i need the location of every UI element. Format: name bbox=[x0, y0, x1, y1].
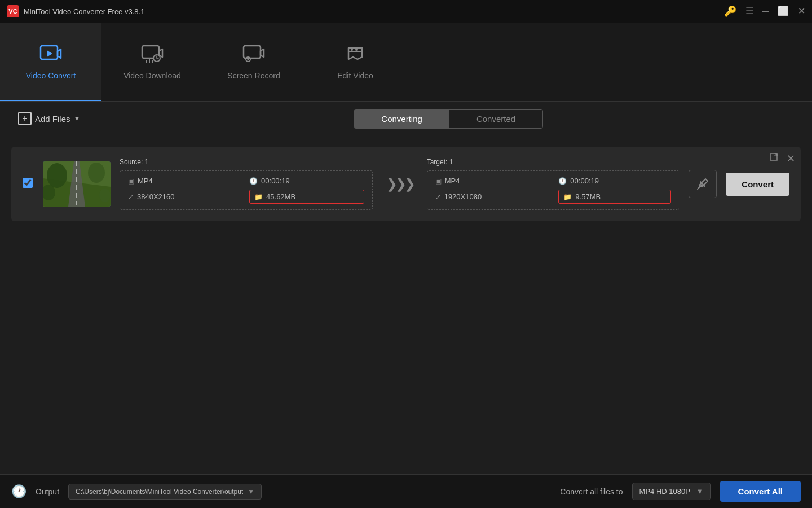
history-icon[interactable]: 🕐 bbox=[11, 484, 27, 499]
target-format-row: ▣ MP4 bbox=[435, 177, 548, 185]
target-label: Target: 1 bbox=[427, 158, 680, 166]
format-selector[interactable]: MP4 HD 1080P ▼ bbox=[632, 483, 711, 500]
source-duration-row: 🕐 00:00:19 bbox=[249, 177, 364, 185]
output-path-button[interactable]: C:\Users\bj\Documents\MiniTool Video Con… bbox=[68, 484, 262, 500]
source-info-box: ▣ MP4 🕐 00:00:19 ⤢ 3840X2160 📁 45.62MB bbox=[120, 170, 373, 210]
resolution-icon: ⤢ bbox=[128, 193, 134, 201]
tab-converting[interactable]: Converting bbox=[354, 110, 449, 128]
target-clock-icon: 🕐 bbox=[558, 177, 567, 185]
source-format-row: ▣ MP4 bbox=[128, 177, 238, 185]
output-path-text: C:\Users\bj\Documents\MiniTool Video Con… bbox=[76, 488, 243, 496]
svg-point-8 bbox=[355, 49, 358, 51]
add-files-icon: + bbox=[18, 112, 32, 125]
video-convert-icon bbox=[39, 43, 62, 67]
source-label: Source: 1 bbox=[120, 158, 373, 166]
format-label: MP4 HD 1080P bbox=[639, 487, 690, 496]
nav-item-video-download[interactable]: Video Download bbox=[102, 23, 203, 101]
content-area: Source: 1 ▣ MP4 🕐 00:00:19 ⤢ 3840X2160 bbox=[0, 135, 812, 474]
source-duration: 00:00:19 bbox=[261, 177, 290, 185]
nav-label-screen-record: Screen Record bbox=[227, 71, 280, 80]
toolbar: + Add Files ▼ Converting Converted bbox=[0, 102, 812, 135]
output-label: Output bbox=[36, 487, 59, 496]
add-files-button[interactable]: + Add Files ▼ bbox=[11, 108, 87, 129]
convert-all-files-label: Convert all files to bbox=[560, 487, 623, 496]
conversion-arrows: ❯❯❯ bbox=[386, 176, 413, 192]
svg-point-15 bbox=[88, 163, 105, 183]
format-icon: ▣ bbox=[128, 177, 134, 185]
clock-icon: 🕐 bbox=[249, 177, 258, 185]
titlebar: VC MiniTool Video Converter Free v3.8.1 … bbox=[0, 0, 812, 23]
nav-item-screen-record[interactable]: Screen Record bbox=[203, 23, 304, 101]
file-thumbnail bbox=[43, 161, 111, 207]
source-section: Source: 1 ▣ MP4 🕐 00:00:19 ⤢ 3840X2160 bbox=[120, 158, 373, 210]
target-action-button[interactable] bbox=[689, 170, 717, 198]
close-card-button[interactable]: ✕ bbox=[787, 152, 795, 165]
svg-point-17 bbox=[99, 189, 111, 202]
menu-icon[interactable]: ☰ bbox=[745, 7, 753, 16]
target-info-box[interactable]: ▣ MP4 🕐 00:00:19 ⤢ 1920X1080 📁 9.57MB bbox=[427, 170, 680, 210]
maximize-button[interactable]: ⬜ bbox=[778, 7, 789, 16]
target-resolution-icon: ⤢ bbox=[435, 193, 441, 201]
open-folder-button[interactable] bbox=[769, 152, 778, 164]
screen-record-icon bbox=[242, 43, 265, 67]
app-title: MiniTool Video Converter Free v3.8.1 bbox=[24, 7, 144, 16]
source-resolution-row: ⤢ 3840X2160 bbox=[128, 192, 238, 201]
file-checkbox[interactable] bbox=[23, 178, 33, 188]
nav-item-edit-video[interactable]: Edit Video bbox=[304, 23, 406, 101]
svg-point-14 bbox=[47, 163, 67, 188]
edit-video-icon bbox=[344, 43, 367, 67]
titlebar-controls: 🔑 ☰ ─ ⬜ ✕ bbox=[724, 5, 805, 17]
target-duration: 00:00:19 bbox=[570, 177, 599, 185]
source-size-row: 📁 45.62MB bbox=[249, 190, 364, 204]
titlebar-left: VC MiniTool Video Converter Free v3.8.1 bbox=[7, 5, 144, 17]
source-resolution: 3840X2160 bbox=[137, 192, 175, 201]
nav-label-video-download: Video Download bbox=[123, 71, 181, 80]
target-size: 9.57MB bbox=[575, 192, 601, 201]
folder-icon-source: 📁 bbox=[254, 193, 263, 201]
navbar: Video Convert Video Download bbox=[0, 23, 812, 102]
add-files-label: Add Files bbox=[35, 114, 70, 124]
target-format: MP4 bbox=[445, 177, 460, 185]
svg-rect-3 bbox=[244, 46, 261, 58]
source-size: 45.62MB bbox=[266, 192, 295, 201]
checkbox-wrap bbox=[23, 178, 34, 190]
nav-label-video-convert: Video Convert bbox=[26, 71, 76, 80]
key-icon[interactable]: 🔑 bbox=[724, 5, 736, 17]
target-section: Target: 1 ▣ MP4 🕐 00:00:19 ⤢ 1920X1080 bbox=[427, 158, 680, 210]
target-size-row: 📁 9.57MB bbox=[558, 190, 671, 204]
svg-point-7 bbox=[351, 49, 353, 51]
convert-all-button[interactable]: Convert All bbox=[720, 481, 801, 502]
nav-label-edit-video: Edit Video bbox=[337, 71, 373, 80]
target-resolution: 1920X1080 bbox=[444, 192, 482, 201]
source-format: MP4 bbox=[138, 177, 153, 185]
tab-group: Converting Converted bbox=[354, 109, 543, 129]
convert-button[interactable]: Convert bbox=[726, 173, 789, 196]
file-card: Source: 1 ▣ MP4 🕐 00:00:19 ⤢ 3840X2160 bbox=[11, 147, 801, 221]
target-format-icon: ▣ bbox=[435, 177, 442, 185]
close-button[interactable]: ✕ bbox=[798, 7, 805, 16]
add-files-dropdown-icon: ▼ bbox=[74, 115, 81, 122]
target-duration-row: 🕐 00:00:19 bbox=[558, 177, 671, 185]
output-path-dropdown-icon: ▼ bbox=[248, 488, 254, 496]
nav-item-video-convert[interactable]: Video Convert bbox=[0, 23, 102, 101]
bottombar: 🕐 Output C:\Users\bj\Documents\MiniTool … bbox=[0, 474, 812, 508]
folder-icon-target: 📁 bbox=[563, 193, 572, 201]
app-window: VC MiniTool Video Converter Free v3.8.1 … bbox=[0, 0, 812, 508]
video-download-icon bbox=[141, 43, 164, 67]
svg-point-5 bbox=[248, 59, 249, 60]
target-resolution-row: ⤢ 1920X1080 bbox=[435, 192, 548, 201]
format-dropdown-icon: ▼ bbox=[696, 487, 704, 496]
tab-converted[interactable]: Converted bbox=[449, 110, 542, 128]
app-logo: VC bbox=[7, 5, 19, 17]
minimize-button[interactable]: ─ bbox=[762, 7, 769, 16]
